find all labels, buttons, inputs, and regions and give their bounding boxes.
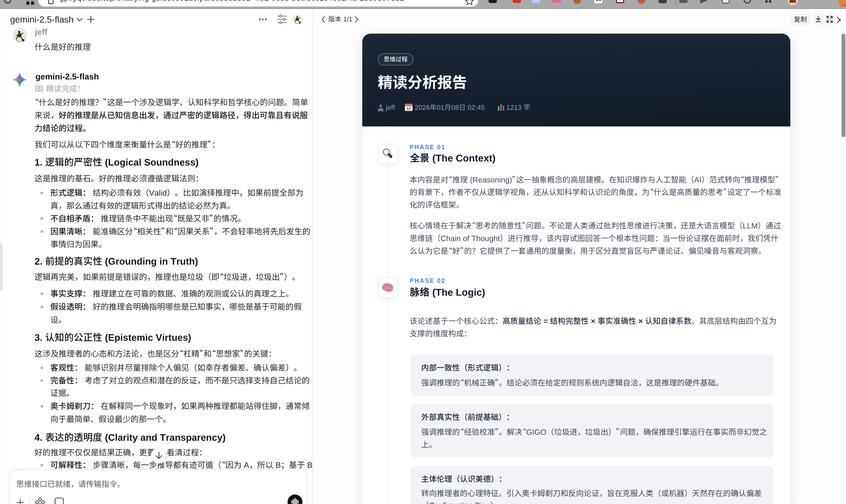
svg-text:17: 17 bbox=[407, 107, 411, 111]
